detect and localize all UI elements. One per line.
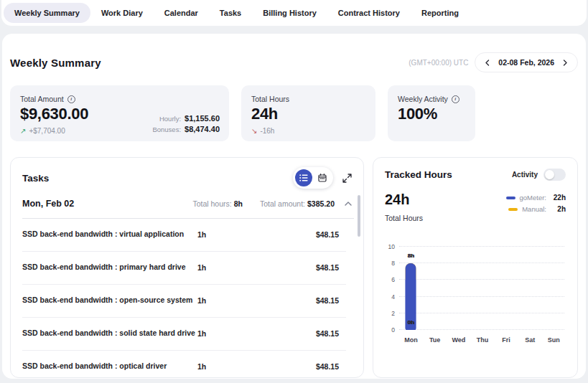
total-amount-label: Total Amount (20, 95, 64, 103)
amount-breakdown: Hourly: $1,155.60 Bonuses: $8,474.40 (152, 114, 220, 133)
info-icon[interactable]: i (67, 95, 75, 103)
tasks-actions (293, 167, 352, 189)
activity-toggle[interactable] (543, 169, 566, 181)
gridline: 10 (399, 246, 564, 247)
date-range-picker[interactable]: 02-08 Feb, 2026 (475, 52, 578, 72)
tab-weekly-summary[interactable]: Weekly Summary (4, 3, 90, 23)
x-tick-label: Thu (470, 336, 494, 344)
weekly-activity-label-row: Weekly Activity i (398, 95, 465, 103)
gometer-legend-value: 22h (551, 194, 566, 202)
weekly-activity-card: Weekly Activity i 100% (388, 85, 475, 141)
total-hours-label: Total Hours (251, 95, 365, 103)
total-amount-label-row: Total Amount i (20, 95, 219, 103)
calendar-view-button[interactable] (314, 169, 331, 186)
total-hours-value: 24h (251, 105, 365, 123)
chevron-right-icon (563, 60, 568, 66)
total-hours-delta-value: -16h (260, 127, 274, 135)
task-list: SSD back-end bandwidth : virtual applica… (11, 218, 363, 378)
top-navigation: Weekly Summary Work Diary Calendar Tasks… (1, 0, 587, 26)
expand-button[interactable] (342, 174, 352, 183)
task-hours: 1h (197, 263, 258, 272)
page-title: Weekly Summary (10, 57, 101, 69)
task-name: SSD back-end bandwidth : optical driver (22, 361, 197, 372)
task-name: SSD back-end bandwidth : primary hard dr… (22, 262, 197, 273)
info-icon[interactable]: i (452, 95, 459, 103)
day-total-amount-value: $385.20 (307, 199, 335, 208)
next-week-button[interactable] (563, 60, 568, 66)
tab-work-diary[interactable]: Work Diary (90, 3, 154, 23)
manual-legend-label: Manual: (522, 205, 546, 213)
legend-row-gometer: goMeter: 22h (506, 194, 566, 202)
hourly-value: $1,155.60 (185, 114, 220, 123)
total-amount-card: Total Amount i $9,630.00 ↗ +$7,704.00 Ho… (10, 85, 229, 141)
bonuses-value: $8,474.40 (185, 125, 220, 133)
day-label: Mon, Feb 02 (22, 199, 192, 209)
x-tick-label: Sat (518, 336, 542, 344)
task-row[interactable]: SSD back-end bandwidth : solid state har… (11, 317, 363, 350)
task-hours: 1h (197, 362, 258, 371)
task-hours: 1h (197, 230, 258, 239)
y-tick-label: 6 (385, 276, 395, 283)
gometer-legend-label: goMeter: (520, 194, 547, 202)
list-view-button[interactable] (295, 169, 312, 186)
gridline: 4 (399, 296, 564, 297)
bar-sun: 0h (399, 247, 423, 330)
tab-billing-history[interactable]: Billing History (252, 3, 327, 23)
day-total-amount-label: Total amount: (260, 199, 305, 208)
tasks-title: Tasks (22, 173, 49, 184)
timezone-label: (GMT+00:00) UTC (409, 59, 468, 67)
y-tick-label: 2 (385, 310, 395, 317)
tracked-hours-header: Tracked Hours Activity (385, 169, 566, 181)
day-total-hours-value: 8h (234, 199, 243, 208)
y-tick-label: 10 (385, 243, 395, 250)
tracked-hours-panel: Tracked Hours Activity 24h Total Hours (373, 157, 578, 378)
trend-up-icon: ↗ (20, 127, 26, 135)
day-total-hours-label: Total hours: (192, 199, 231, 208)
task-amount: $48.15 (258, 296, 339, 305)
gometer-legend-swatch (506, 197, 515, 199)
x-tick-label: Sun (542, 336, 566, 344)
day-stats: Total hours:8h Total amount:$385.20 (192, 199, 335, 208)
x-axis-labels: Mon Tue Wed Thu Fri Sat Sun (399, 336, 566, 344)
tasks-scrollbar[interactable] (358, 195, 360, 237)
page-header: Weekly Summary (GMT+00:00) UTC 02-08 Feb… (9, 41, 579, 85)
task-row[interactable]: SSD back-end bandwidth : primary hard dr… (11, 251, 363, 284)
day-total-amount: Total amount:$385.20 (260, 199, 335, 208)
panels-row: Tasks (9, 157, 579, 378)
prev-week-button[interactable] (485, 60, 490, 66)
tasks-panel-header: Tasks (11, 158, 363, 194)
tab-reporting[interactable]: Reporting (411, 3, 470, 23)
day-total-hours: Total hours:8h (192, 199, 243, 208)
task-amount: $48.15 (258, 362, 339, 371)
tracked-stats: 24h Total Hours goMeter: 22h Manual: 2h (385, 192, 566, 222)
x-tick-label: Mon (399, 336, 423, 344)
tracked-total-value: 24h (385, 192, 423, 208)
task-row[interactable]: SSD back-end bandwidth : optical driver … (11, 350, 363, 378)
header-controls: (GMT+00:00) UTC 02-08 Feb, 2026 (409, 52, 578, 72)
tab-calendar[interactable]: Calendar (154, 3, 209, 23)
activity-toggle-group: Activity (512, 169, 566, 181)
total-hours-delta: ↘ -16h (251, 127, 365, 135)
gridline: 8 (399, 263, 564, 263)
chevron-up-icon[interactable] (345, 202, 352, 206)
task-name: SSD back-end bandwidth : virtual applica… (22, 229, 197, 240)
day-group-header[interactable]: Mon, Feb 02 Total hours:8h Total amount:… (11, 194, 363, 218)
weekly-summary-page: Weekly Summary (GMT+00:00) UTC 02-08 Feb… (2, 34, 586, 379)
chart-plot-area: 0 2 4 6 8 10 8h 8h (399, 247, 564, 330)
tracked-total-label: Total Hours (385, 214, 423, 222)
task-amount: $48.15 (258, 329, 339, 338)
task-row[interactable]: SSD back-end bandwidth : virtual applica… (11, 218, 363, 251)
list-icon (299, 174, 308, 181)
task-row[interactable]: SSD back-end bandwidth : open-source sys… (11, 284, 363, 317)
task-amount: $48.15 (258, 263, 339, 272)
tab-tasks[interactable]: Tasks (209, 3, 252, 23)
y-tick-label: 8 (385, 260, 395, 267)
manual-legend-swatch (508, 208, 518, 211)
bar-value-label: 0h (408, 319, 414, 326)
tab-contract-history[interactable]: Contract History (327, 3, 411, 23)
gridline: 0 (399, 329, 564, 330)
total-hours-card: Total Hours 24h ↘ -16h (241, 85, 375, 141)
bonuses-label: Bonuses: (152, 126, 181, 133)
expand-icon (342, 174, 352, 183)
task-name: SSD back-end bandwidth : open-source sys… (22, 295, 197, 306)
